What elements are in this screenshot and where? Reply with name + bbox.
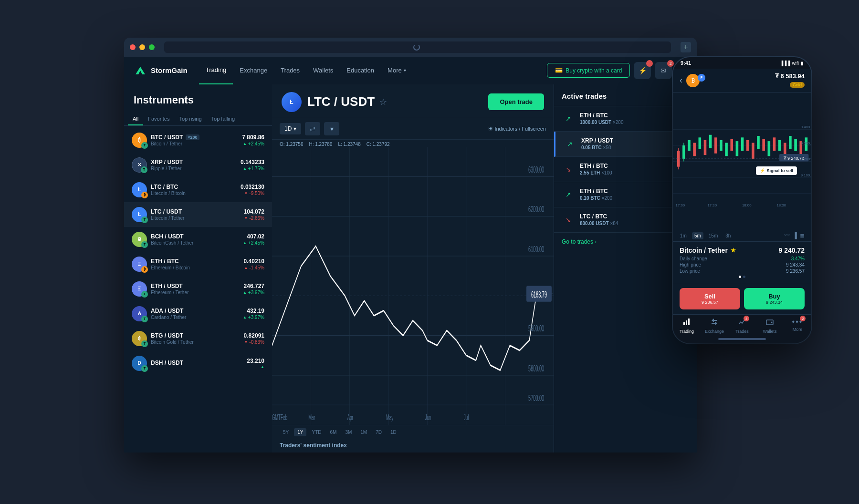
phone-tf-5m[interactable]: 5m — [692, 232, 703, 239]
list-item[interactable]: Ξ T ETH / USDT Ethereum / Tether 246.727… — [124, 277, 272, 301]
period-ytd[interactable]: YTD — [308, 428, 325, 436]
notification-button[interactable]: ✉ 2 — [655, 62, 672, 79]
phone-pair-title: Bitcoin / Tether ★ — [680, 247, 736, 254]
tab-favorites[interactable]: Favorites — [143, 113, 174, 125]
period-3m[interactable]: 3M — [342, 428, 355, 436]
maximize-window-button[interactable] — [149, 44, 155, 50]
list-item[interactable]: Ξ ₿ ETH / BTC Ethereum / Bitcoin 0.40210… — [124, 252, 272, 277]
phone-home-indicator — [673, 335, 811, 343]
nav-education[interactable]: Education — [340, 57, 381, 84]
open-trade-button[interactable]: Open trade — [488, 93, 544, 110]
usdt-overlay-eth: T — [141, 291, 148, 298]
nav-more[interactable]: More ▾ — [381, 57, 413, 84]
svg-text:18:00: 18:00 — [742, 203, 752, 207]
list-item[interactable]: ₿ T BTG / USDT Bitcoin Gold / Tether 0.8… — [124, 326, 272, 351]
instruments-tabs: All Favorites Top rising Top falling — [124, 113, 272, 126]
down-arrow-icon: ▼ — [244, 216, 248, 220]
list-item[interactable]: ✕ T XRP / USDT Ripple / Tether 0.143233 … — [124, 153, 272, 177]
phone-nav-exchange[interactable]: Exchange — [701, 318, 728, 334]
chart-type-button[interactable]: ▾ — [324, 122, 339, 135]
usdt-overlay-ada: T — [141, 316, 148, 322]
wallets-nav-icon — [765, 318, 774, 328]
svg-text:6200.00: 6200.00 — [528, 204, 544, 214]
phone-ltc-overlay: F — [698, 74, 705, 82]
down-arrow-icon: ▲ — [244, 266, 248, 270]
period-1y[interactable]: 1Y — [294, 428, 306, 436]
phone-favorite-star[interactable]: ★ — [731, 247, 736, 254]
ohlc-close: C: 1.23792 — [367, 142, 390, 147]
logo[interactable]: StormGain — [134, 64, 188, 77]
svg-text:17:00: 17:00 — [676, 203, 685, 207]
chart-compare-button[interactable]: ⇄ — [305, 122, 320, 135]
period-1d[interactable]: 1D — [387, 428, 400, 436]
chevron-down-icon: ▾ — [404, 68, 406, 73]
list-item[interactable]: ₿ T BTC / USDT ×200 Bitcoin / Tether 7 8… — [124, 128, 272, 153]
svg-text:Jul: Jul — [464, 412, 469, 422]
phone-tf-3h[interactable]: 3h — [723, 232, 733, 239]
up-arrow-icon: ▲ — [261, 365, 264, 369]
list-item[interactable]: D T DSH / USDT 23.210 ▲ — [124, 351, 272, 376]
period-6m[interactable]: 6M — [326, 428, 340, 436]
svg-text:GMTFeb: GMTFeb — [272, 412, 287, 422]
svg-rect-49 — [741, 137, 744, 151]
phone-nav-wallets[interactable]: Wallets — [756, 318, 784, 334]
tab-all[interactable]: All — [128, 113, 143, 125]
buy-crypto-button[interactable]: 💳 Buy crypto with a card — [547, 63, 630, 78]
svg-rect-53 — [762, 139, 765, 151]
bch-icon: Ƀ T — [132, 232, 147, 247]
phone-buy-button[interactable]: Buy 9 243.34 — [744, 288, 805, 309]
main-content: Instruments All Favorites Top rising Top… — [124, 84, 697, 453]
trading-nav-icon — [682, 318, 691, 328]
bar-chart-icon[interactable]: ≣ — [800, 232, 805, 239]
price-chart: 6300.00 6200.00 6100.00 5900.00 5800.00 … — [272, 147, 554, 425]
close-window-button[interactable] — [130, 44, 136, 50]
chart-area: Ł LTC / USDT ☆ Open trade 1D ▾ ⇄ ▾ ⊞ Ind… — [272, 84, 554, 453]
instruments-list: ₿ T BTC / USDT ×200 Bitcoin / Tether 7 8… — [124, 128, 272, 453]
timeframe-selector[interactable]: 1D ▾ — [280, 123, 301, 134]
ohlc-low: L: 1.23748 — [338, 142, 360, 147]
period-1m[interactable]: 1M — [357, 428, 370, 436]
phone-tf-15m[interactable]: 15m — [706, 232, 720, 239]
svg-rect-46 — [725, 143, 728, 156]
period-7d[interactable]: 7D — [372, 428, 385, 436]
list-item[interactable]: ₳ T ADA / USDT Cardano / Tether 432.19 ▲… — [124, 301, 272, 326]
tab-top-rising[interactable]: Top rising — [174, 113, 206, 125]
minimize-window-button[interactable] — [139, 44, 145, 50]
indicators-button[interactable]: ⊞ Indicators / Fullscreen — [488, 125, 546, 132]
phone-tf-1m[interactable]: 1m — [678, 232, 689, 239]
svg-text:5700.00: 5700.00 — [528, 393, 544, 402]
list-item[interactable]: Ł ₿ LTC / BTC Litecoin / Bitcoin 0.03213… — [124, 177, 272, 202]
svg-rect-45 — [720, 140, 723, 151]
url-bar[interactable] — [164, 41, 671, 53]
period-5y[interactable]: 5Y — [280, 428, 292, 436]
phone-back-button[interactable]: ‹ — [680, 75, 682, 85]
ohlc-high: H: 1.23786 — [309, 142, 332, 147]
usdt-overlay-btg: T — [141, 340, 148, 347]
new-tab-button[interactable]: + — [681, 42, 691, 52]
phone-status-bar: 9:41 ▐▐▐ wifi ▮ — [673, 57, 811, 69]
pair-favorite-star[interactable]: ☆ — [379, 97, 387, 107]
nav-trading[interactable]: Trading — [199, 57, 233, 84]
candle-chart-icon[interactable]: ▐ — [793, 232, 797, 239]
phone-nav-trades[interactable]: 3 Trades — [728, 318, 756, 334]
svg-text:9 200.00: 9 200.00 — [801, 157, 811, 161]
down-arrow-icon: ▼ — [244, 191, 248, 195]
svg-rect-47 — [730, 139, 733, 151]
line-chart-icon[interactable]: 〰 — [784, 232, 790, 239]
phone-content: ‹ ₿ F ₮ 6 583.94 Gold — [673, 69, 811, 335]
list-item[interactable]: Ƀ T BCH / USDT BitcoinCash / Tether 407.… — [124, 227, 272, 252]
list-item[interactable]: Ł T LTC / USDT Litecoin / Tether 104.072… — [124, 202, 272, 227]
up-arrow-icon: ▲ — [243, 290, 247, 295]
tab-top-falling[interactable]: Top falling — [207, 113, 240, 125]
phone-nav-trading[interactable]: Trading — [673, 318, 701, 334]
phone-nav-more[interactable]: ••• 2 More — [784, 318, 811, 334]
nav-exchange[interactable]: Exchange — [233, 57, 274, 84]
usdt-overlay-ltc: T — [141, 216, 148, 223]
nav-trades[interactable]: Trades — [274, 57, 306, 84]
phone-stats: Daily change 3.47% High price 9 243.34 L… — [680, 256, 805, 274]
lightning-button[interactable]: ⚡ — [634, 62, 651, 79]
nav-wallets[interactable]: Wallets — [306, 57, 340, 84]
phone-time: 9:41 — [681, 60, 691, 66]
sentiment-title: Traders' sentiment index — [272, 439, 554, 453]
phone-sell-button[interactable]: Sell 9 236.57 — [680, 288, 740, 309]
